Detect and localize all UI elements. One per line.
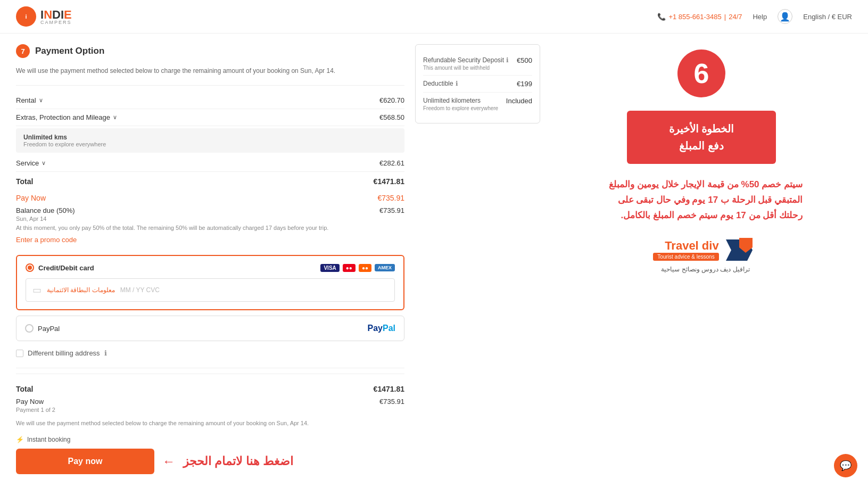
- bottom-note: We will use the payment method selected …: [16, 419, 404, 427]
- logo-icon: i: [16, 6, 36, 27]
- service-row: Service ∨ €282.61: [16, 155, 404, 172]
- balance-row: Balance due (50%) Sun, Apr 14 €735.91: [16, 205, 404, 224]
- header-right: 📞 +1 855-661-3485 | 24/7 Help 👤 English …: [657, 9, 852, 24]
- pay-now-row: Pay Now €735.91: [16, 191, 404, 205]
- deductible-value: €199: [517, 80, 532, 88]
- pay-now-label: Pay Now: [16, 194, 46, 202]
- paypal-radio: [25, 324, 34, 333]
- service-value: €282.61: [379, 159, 404, 167]
- deposit-box: Refundable Security Deposit ℹ This amoun…: [415, 44, 540, 123]
- step-description: We will use the payment method selected …: [16, 66, 404, 76]
- rental-value: €620.70: [379, 96, 404, 104]
- paypal-box[interactable]: PayPal PayPal: [16, 316, 404, 341]
- red-box-line2: دفع المبلغ: [643, 137, 760, 154]
- arrow-section: Pay now ← اضغط هنا لاتمام الحجز: [16, 449, 404, 474]
- travel-text: Travel div Tourist advice & lessons: [653, 239, 718, 261]
- visa-logo: VISA: [320, 264, 339, 272]
- middle-section: Refundable Security Deposit ℹ This amoun…: [415, 44, 540, 474]
- arabic-para: سيتم خصم 50% من قيمة الإيجار خلال يومين …: [600, 177, 803, 224]
- unlimited-kms-box: Unlimited kms Freedom to explore everywh…: [16, 128, 404, 153]
- red-box-line1: الخطوة الأخيرة: [643, 120, 760, 137]
- bottom-total-value: €1471.81: [374, 385, 404, 393]
- paypal-label: PayPal: [25, 324, 60, 333]
- help-link[interactable]: Help: [753, 13, 767, 21]
- total-label: Total: [16, 177, 33, 186]
- travel-main: Travel div: [653, 239, 718, 253]
- billing-label: Different billing address: [28, 349, 100, 357]
- service-chevron[interactable]: ∨: [42, 160, 46, 167]
- total-row: Total €1471.81: [16, 172, 404, 191]
- right-section: 6 الخطوة الأخيرة دفع المبلغ سيتم خصم 50%…: [551, 44, 852, 474]
- mastercard-logo: ●●: [343, 264, 356, 272]
- pay-now-value: €735.91: [377, 194, 404, 202]
- rental-label: Rental: [16, 96, 36, 104]
- card-logos: VISA ●● ●● AMEX: [320, 264, 395, 272]
- bottom-total: Total €1471.81 Pay Now Payment 1 of 2 €7…: [16, 374, 404, 427]
- balance-label: Balance due (50%): [16, 206, 75, 214]
- unlimited-km-sub: Freedom to explore everywhere: [423, 105, 498, 111]
- bottom-total-label: Total: [16, 385, 33, 393]
- balance-value: €735.91: [379, 206, 404, 222]
- instant-booking-label: Instant booking: [27, 436, 70, 443]
- refundable-info[interactable]: ℹ: [506, 56, 509, 64]
- travel-logo-shape: [723, 237, 750, 263]
- pay-now-button[interactable]: Pay now: [16, 449, 154, 474]
- step-badge: 7: [16, 44, 30, 58]
- refundable-sub: This amount will be withheld: [423, 65, 509, 71]
- promo-note: At this moment, you only pay 50% of the …: [16, 224, 404, 232]
- card-input-box[interactable]: ▭ معلومات البطاقة الائتمانية MM / YY CVC: [26, 278, 395, 302]
- red-box: الخطوة الأخيرة دفع المبلغ: [627, 111, 776, 164]
- rental-chevron[interactable]: ∨: [39, 97, 43, 104]
- header: i iNDiE CAMPERS 📞 +1 855-661-3485 | 24/7…: [0, 0, 868, 34]
- logo-sub: CAMPERS: [40, 20, 72, 25]
- unlimited-km-label: Unlimited kilometers: [423, 97, 498, 104]
- mastercard2-logo: ●●: [359, 264, 371, 272]
- paypal-logo: PayPal: [368, 324, 395, 333]
- language-selector[interactable]: English / € EUR: [803, 13, 852, 21]
- bottom-total-row: Total €1471.81: [16, 382, 404, 396]
- travel-sub: Tourist advice & lessons: [653, 253, 718, 261]
- big-step-badge: 6: [677, 49, 725, 97]
- payment-method-header: Credit/Debit card VISA ●● ●● AMEX: [26, 263, 395, 272]
- unlimited-kms-title: Unlimited kms: [23, 134, 397, 141]
- balance-date: Sun, Apr 14: [16, 216, 47, 222]
- total-value: €1471.81: [374, 177, 404, 186]
- billing-info-icon: ℹ: [104, 349, 107, 357]
- price-section: Rental ∨ €620.70 Extras, Protection and …: [16, 85, 404, 252]
- bottom-pay-now-value: €735.91: [379, 398, 404, 413]
- card-arabic-text: معلومات البطاقة الائتمانية: [47, 286, 115, 294]
- extras-row: Extras, Protection and Mileage ∨ €568.50: [16, 109, 404, 126]
- arrow-annotation-text: اضغط هنا لاتمام الحجز: [183, 454, 293, 468]
- bottom-payment-num: Payment 1 of 2: [16, 407, 55, 413]
- card-icon: ▭: [32, 284, 42, 296]
- refundable-value: €500: [517, 56, 532, 64]
- rental-row: Rental ∨ €620.70: [16, 92, 404, 109]
- billing-row: Different billing address ℹ: [16, 349, 404, 357]
- step-header: 7 Payment Option: [16, 44, 404, 58]
- credit-card-box[interactable]: Credit/Debit card VISA ●● ●● AMEX ▭ معلو…: [16, 255, 404, 310]
- instant-booking: ⚡ Instant booking: [16, 436, 404, 443]
- chat-bubble[interactable]: 💬: [834, 454, 857, 477]
- bottom-pay-now-row: Pay Now Payment 1 of 2 €735.91: [16, 396, 404, 415]
- deductible-row: Deductible ℹ €199: [423, 76, 532, 93]
- unlimited-kms-desc: Freedom to explore everywhere: [23, 141, 397, 147]
- arrow-icon: ←: [162, 454, 175, 469]
- credit-label: Credit/Debit card: [26, 263, 94, 272]
- refundable-deposit-row: Refundable Security Deposit ℹ This amoun…: [423, 52, 532, 76]
- extras-chevron[interactable]: ∨: [113, 114, 117, 121]
- radio-selected: [26, 263, 34, 272]
- billing-checkbox[interactable]: [16, 350, 23, 357]
- main-container: 7 Payment Option We will use the payment…: [0, 34, 868, 485]
- logo: i iNDiE CAMPERS: [16, 6, 72, 27]
- step-title: Payment Option: [35, 46, 104, 56]
- extras-value: €568.50: [379, 113, 404, 121]
- user-icon[interactable]: 👤: [778, 9, 792, 24]
- deductible-info[interactable]: ℹ: [456, 80, 458, 87]
- phone-number[interactable]: 📞 +1 855-661-3485 | 24/7: [657, 13, 742, 21]
- extras-label: Extras, Protection and Mileage: [16, 113, 110, 121]
- service-label: Service: [16, 159, 39, 167]
- promo-link[interactable]: Enter a promo code: [16, 236, 77, 244]
- travel-div-logo: Travel div Tourist advice & lessons تراف…: [653, 237, 749, 273]
- refundable-label: Refundable Security Deposit ℹ: [423, 56, 509, 64]
- unlimited-km-value: Included: [506, 97, 532, 105]
